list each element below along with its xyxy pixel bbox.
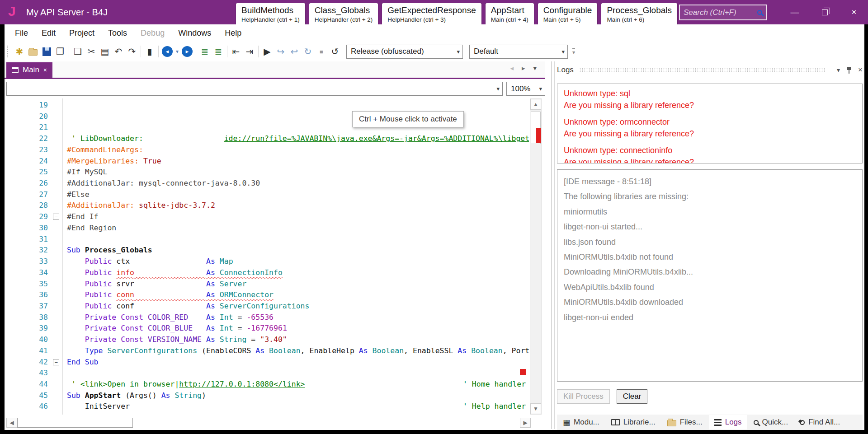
code-line[interactable]: 25 #AdditionalJar: sqlite-jdbc-3.7.2: [5, 167, 529, 178]
bookmark-icon[interactable]: ▮: [143, 44, 156, 59]
header-tab-configurable[interactable]: Configurable Main (ctrl + 5): [538, 3, 598, 24]
find-icon[interactable]: ❒: [53, 44, 67, 59]
cut-icon[interactable]: ✂: [85, 44, 98, 59]
step-out-icon[interactable]: ↻: [301, 44, 315, 59]
code-line[interactable]: 29 Sub Process_Globals −: [5, 211, 529, 223]
outdent-icon[interactable]: ⇤: [229, 44, 243, 59]
code-line[interactable]: 23 #AdditionalJar: mysql-connector-java-…: [5, 145, 529, 156]
toolbar-overflow-icon[interactable]: ▾: [572, 48, 575, 55]
bottom-tab-find all[interactable]: Find All...: [795, 415, 845, 429]
code-line[interactable]: 30 Public ctx As Map: [5, 223, 529, 234]
panel-close-icon[interactable]: ×: [858, 65, 863, 75]
tab-close-icon[interactable]: ×: [43, 66, 47, 74]
header-tab-class_globals[interactable]: Class_Globals HelpHandler (ctrl + 2): [309, 3, 378, 24]
code-line[interactable]: 31 Public info As ConnectionInfo: [5, 234, 529, 245]
redo-icon[interactable]: ↷: [125, 44, 139, 59]
menu-tools[interactable]: Tools: [101, 24, 134, 42]
code-editor[interactable]: 19 ' LibDownloader: ide://run?file=%JAVA…: [5, 98, 529, 415]
code-line[interactable]: 19 ' LibDownloader: ide://run?file=%JAVA…: [5, 100, 529, 111]
search-box[interactable]: [679, 5, 767, 20]
code-line[interactable]: 37 Private Const VERSION_NAME As String …: [5, 301, 529, 312]
rebuild-icon[interactable]: ↺: [328, 44, 342, 59]
menu-file[interactable]: File: [8, 24, 35, 42]
menu-debug[interactable]: Debug: [134, 24, 171, 42]
module-select[interactable]: Default ▾: [469, 45, 568, 59]
code-line[interactable]: 43 InitServer: [5, 368, 529, 379]
scroll-left-icon[interactable]: ◀: [6, 418, 17, 428]
scroll-up-icon[interactable]: ▲: [530, 99, 541, 110]
code-line[interactable]: 35 Private Const COLOR_RED As Int = -655…: [5, 279, 529, 290]
code-line[interactable]: 32 Public srvr As Server: [5, 245, 529, 256]
run-icon[interactable]: ▶: [260, 44, 274, 59]
scrollbar-thumb[interactable]: [17, 418, 133, 428]
toolbar-grip[interactable]: [7, 46, 9, 57]
menu-windows[interactable]: Windows: [171, 24, 218, 42]
menu-help[interactable]: Help: [218, 24, 248, 42]
code-line[interactable]: 34 Public conf As ServerConfigurations: [5, 267, 529, 279]
code-line[interactable]: 45 If conf.EnableHelp Then: [5, 390, 529, 401]
undo-icon[interactable]: ↶: [112, 44, 125, 59]
header-tab-process_globals[interactable]: Process_Globals Main (ctrl + 6): [601, 3, 677, 24]
fold-collapse-icon[interactable]: −: [53, 214, 59, 220]
indent-icon[interactable]: ⇥: [243, 44, 256, 59]
minimize-button[interactable]: —: [780, 0, 809, 24]
maximize-button[interactable]: [810, 0, 839, 24]
bottom-tab-files[interactable]: Files...: [662, 415, 708, 429]
bottom-tab-modu[interactable]: ▦ Modu...: [558, 415, 604, 429]
pin-icon[interactable]: [846, 67, 852, 74]
code-line[interactable]: 26 #End If: [5, 178, 529, 189]
step-over-icon[interactable]: ↩: [288, 44, 301, 59]
panel-drag-grip[interactable]: [579, 68, 825, 72]
code-line[interactable]: 40: [5, 334, 529, 345]
header-tab-getexpectedresponse[interactable]: GetExpectedResponse HelpHandler (ctrl + …: [382, 3, 481, 24]
save-icon[interactable]: [40, 44, 53, 59]
menu-edit[interactable]: Edit: [35, 24, 62, 42]
new-project-icon[interactable]: ✱: [13, 44, 26, 59]
kill-process-button[interactable]: Kill Process: [557, 389, 610, 404]
code-line[interactable]: 27 #End Region: [5, 189, 529, 201]
paste-icon[interactable]: ▤: [98, 44, 112, 59]
scroll-down-icon[interactable]: ▼: [530, 403, 541, 414]
bottom-tab-logs[interactable]: Logs: [709, 415, 747, 429]
clear-button[interactable]: Clear: [617, 389, 648, 404]
code-line[interactable]: 39 End Sub: [5, 323, 529, 334]
stop-icon[interactable]: ■: [315, 44, 328, 59]
code-line[interactable]: 28: [5, 200, 529, 211]
nav-back-icon[interactable]: ◂: [510, 64, 514, 72]
nav-forward-icon[interactable]: ▸: [522, 64, 525, 72]
panel-menu-icon[interactable]: ▾: [837, 66, 840, 74]
build-configuration-select[interactable]: Release (obfuscated) ▾: [346, 45, 463, 59]
tab-main[interactable]: Main ×: [6, 62, 52, 78]
uncomment-code-icon[interactable]: ≣: [212, 44, 225, 59]
code-line[interactable]: 38 Type ServerConfigurations (EnableCORS…: [5, 312, 529, 323]
splitter[interactable]: [554, 61, 555, 429]
bottom-tab-quick[interactable]: Quick...: [749, 415, 793, 429]
forward-icon[interactable]: ►: [180, 44, 194, 59]
code-line[interactable]: 42 Sub AppStart (Args() As String) −: [5, 357, 529, 368]
header-tab-buildmethods[interactable]: BuildMethods HelpHandler (ctrl + 1): [236, 3, 305, 24]
menu-project[interactable]: Project: [62, 24, 101, 42]
search-input[interactable]: [684, 8, 757, 17]
vertical-scrollbar[interactable]: ▲ ▼: [530, 98, 542, 415]
back-history-caret-icon[interactable]: ▾: [174, 44, 180, 59]
fold-collapse-icon[interactable]: −: [53, 359, 59, 365]
code-line[interactable]: 46 srvr.AddHandler("/help", "HelpHandler…: [5, 401, 529, 412]
code-line[interactable]: 41 ' <link>Open in browser|http://127.0.…: [5, 345, 529, 357]
member-navigation-select[interactable]: ▾: [6, 82, 503, 96]
bottom-tab-librarie[interactable]: Librarie...: [606, 415, 660, 429]
editor-zoom-select[interactable]: 100% ▾: [506, 82, 545, 96]
code-line[interactable]: 44 srvr.AddHandler("", "IndexWebHandler"…: [5, 379, 529, 390]
scroll-right-icon[interactable]: ▶: [520, 418, 531, 428]
comment-code-icon[interactable]: ≣: [198, 44, 212, 59]
horizontal-scrollbar[interactable]: ◀ ▶: [5, 418, 545, 429]
header-tab-appstart[interactable]: AppStart Main (ctrl + 4): [486, 3, 534, 24]
code-line[interactable]: 33 Public conn As ORMConnector: [5, 256, 529, 267]
open-project-icon[interactable]: [26, 44, 40, 59]
nav-more-icon[interactable]: ▾: [533, 64, 537, 72]
code-line[interactable]: 36 Private Const COLOR_BLUE As Int = -16…: [5, 289, 529, 301]
back-icon[interactable]: ◄: [160, 44, 174, 59]
close-button[interactable]: ×: [840, 0, 868, 24]
code-line[interactable]: 24 #Else: [5, 156, 529, 167]
step-into-icon[interactable]: ↪: [274, 44, 288, 59]
code-line[interactable]: 22 #If MySQL: [5, 133, 529, 145]
